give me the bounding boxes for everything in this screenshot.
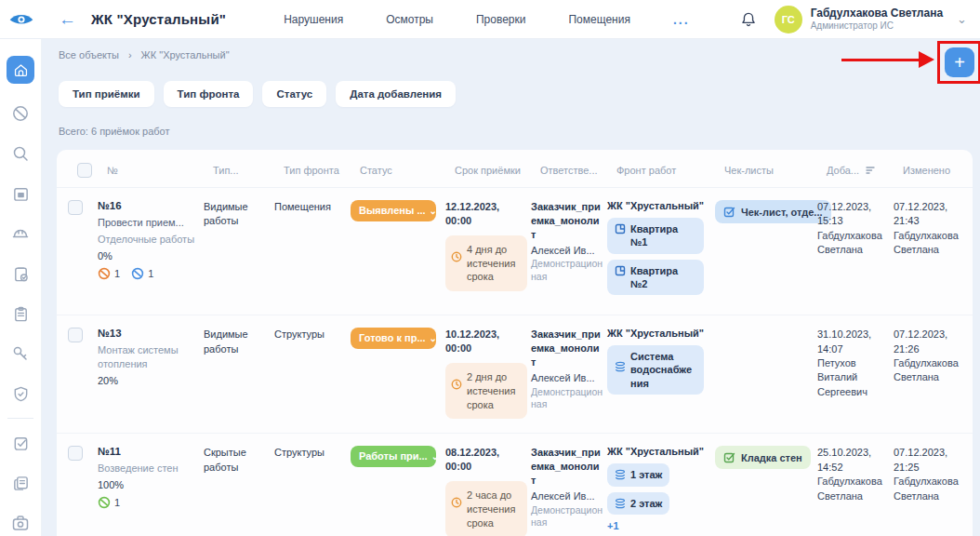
col-changed: Изменено xyxy=(903,165,972,176)
violation-counter: 1 xyxy=(98,267,120,280)
app-logo[interactable] xyxy=(0,11,42,27)
clock-icon xyxy=(451,497,462,508)
archive-box-icon xyxy=(12,185,30,203)
table-row[interactable]: №16 Провести прием... Отделочные работы … xyxy=(57,188,973,315)
col-front: Фронт работ xyxy=(616,165,721,176)
col-deadline: Срок приёмки xyxy=(455,165,536,176)
nav-violations[interactable]: Нарушения xyxy=(284,13,343,26)
annotation-arrow-head xyxy=(919,51,934,68)
changed-by: Габдулхакова Светлана xyxy=(894,229,962,258)
col-added: Доба... xyxy=(827,165,859,176)
front-type-cell: Структуры xyxy=(274,446,347,536)
user-menu[interactable]: ГС Габдулхакова Светлана Администратор И… xyxy=(775,6,967,34)
nav-more-icon[interactable]: ... xyxy=(673,12,690,27)
front-chip[interactable]: 1 этаж xyxy=(607,463,669,486)
nav-inspections[interactable]: Осмотры xyxy=(386,13,433,26)
col-checklists: Чек-листы xyxy=(724,165,823,176)
sidebar-item-home[interactable] xyxy=(7,56,34,84)
table-row[interactable]: №13 Монтаж системы отопления 20% Видимые… xyxy=(57,315,973,434)
responsible-org: Заказчик_приемка_монолит xyxy=(531,200,603,242)
breadcrumb-separator-icon: › xyxy=(128,49,132,60)
acceptance-subtitle: Отделочные работы xyxy=(98,233,200,247)
shield-check-icon xyxy=(12,385,30,403)
acceptance-number[interactable]: №16 xyxy=(98,200,200,211)
avatar: ГС xyxy=(775,6,802,34)
filter-date-added[interactable]: Дата добавления xyxy=(336,81,456,107)
documents-icon xyxy=(12,475,30,492)
sidebar-item-search[interactable] xyxy=(10,143,31,164)
responsible-person: Алексей Ив... xyxy=(531,371,603,385)
acceptance-name: Провести прием... xyxy=(98,216,200,230)
more-fronts-link[interactable]: +1 xyxy=(607,520,711,531)
responsible-org: Заказчик_приемка_монолит xyxy=(531,446,603,488)
sidebar-item-approvals[interactable] xyxy=(10,433,31,453)
bell-icon[interactable] xyxy=(739,10,758,29)
acceptance-subtitle: Возведение стен xyxy=(98,462,200,476)
responsible-company: Демонстрационная xyxy=(531,386,603,411)
ban-icon xyxy=(98,496,111,509)
sidebar-item-construction[interactable] xyxy=(10,223,31,244)
checklist-chip[interactable]: Кладка стен xyxy=(715,446,811,469)
sidebar-item-violations[interactable] xyxy=(10,103,31,124)
breadcrumb-root[interactable]: Все объекты xyxy=(59,49,119,60)
progress-value: 20% xyxy=(98,375,200,386)
acceptances-table: № Тип... Тип фронта Статус Срок приёмки … xyxy=(57,150,973,536)
status-badge[interactable]: Выявлены ...⌄ xyxy=(351,200,436,221)
changed-date: 07.12.2023, 21:26 xyxy=(894,328,962,356)
chevron-down-icon[interactable]: ⌄ xyxy=(957,12,967,26)
filter-bar: Тип приёмки Тип фронта Статус Дата добав… xyxy=(42,60,980,107)
front-chip[interactable]: Квартира №2 xyxy=(607,260,704,296)
nav-premises[interactable]: Помещения xyxy=(568,13,629,26)
sidebar-item-security[interactable] xyxy=(10,383,31,404)
select-all-checkbox[interactable] xyxy=(77,163,92,178)
progress-value: 100% xyxy=(98,479,200,490)
col-front-type: Тип фронта xyxy=(284,165,356,176)
sidebar-item-case-search[interactable] xyxy=(10,513,31,533)
row-checkbox[interactable] xyxy=(68,446,83,461)
user-name: Габдулхакова Светлана xyxy=(811,7,943,20)
ban-icon xyxy=(11,104,30,123)
status-badge[interactable]: Работы при...⌄ xyxy=(351,446,436,467)
sidebar-item-access[interactable] xyxy=(10,343,31,364)
sidebar-item-inspections[interactable] xyxy=(10,263,31,284)
row-checkbox[interactable] xyxy=(68,200,83,215)
hard-hat-icon xyxy=(11,224,30,243)
filter-status[interactable]: Статус xyxy=(262,81,326,107)
filter-acceptance-type[interactable]: Тип приёмки xyxy=(59,81,154,107)
ban-icon xyxy=(98,267,111,280)
breadcrumb: Все объекты › ЖК "Хрустальный" xyxy=(42,39,980,60)
status-badge[interactable]: Готово к пр...⌄ xyxy=(351,328,436,349)
front-type-cell: Помещения xyxy=(274,200,347,301)
row-checkbox[interactable] xyxy=(68,328,83,342)
responsible-org: Заказчик_приемка_монолит xyxy=(531,328,603,369)
sort-icon[interactable] xyxy=(865,165,876,176)
col-status: Статус xyxy=(360,165,451,176)
violation-counter: 1 xyxy=(98,496,120,509)
responsible-company: Демонстрационная xyxy=(531,258,603,283)
layers-icon xyxy=(615,361,626,372)
sidebar xyxy=(0,39,42,536)
home-icon xyxy=(13,62,29,78)
ban-icon xyxy=(131,267,144,280)
nav-checks[interactable]: Проверки xyxy=(476,13,526,26)
clock-icon xyxy=(451,251,462,262)
front-project: ЖК "Хрустальный" xyxy=(607,200,711,211)
acceptance-number[interactable]: №11 xyxy=(98,446,200,457)
filter-front-type[interactable]: Тип фронта xyxy=(164,81,254,107)
checklist-chip[interactable]: Чек-лист, отде... xyxy=(715,200,831,223)
deadline-note: 2 часа до истечения срока xyxy=(445,481,527,536)
acceptance-number[interactable]: №13 xyxy=(98,328,200,339)
sidebar-divider xyxy=(7,418,33,419)
front-chip[interactable]: 2 этаж xyxy=(607,492,669,515)
sidebar-item-documents[interactable] xyxy=(10,473,31,493)
clock-icon xyxy=(451,379,462,390)
responsible-company: Демонстрационная xyxy=(531,504,603,529)
front-chip[interactable]: Квартира №1 xyxy=(607,218,704,254)
table-row[interactable]: №11 Возведение стен 100% 1 Скрытые работ… xyxy=(57,434,973,536)
back-arrow-icon[interactable]: ← xyxy=(59,10,76,28)
front-chip[interactable]: Система водоснабжения xyxy=(607,345,704,395)
search-icon xyxy=(11,144,30,163)
sidebar-item-archive[interactable] xyxy=(10,183,31,204)
sidebar-item-tasks[interactable] xyxy=(10,303,31,324)
type-cell: Видимые работы xyxy=(204,328,271,419)
